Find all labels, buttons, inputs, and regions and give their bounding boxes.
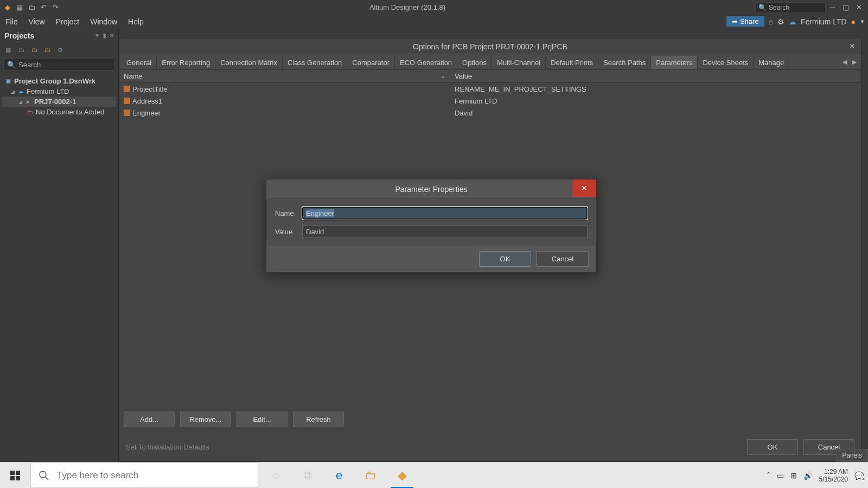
dialog-close-button[interactable]: ✕ — [572, 179, 596, 197]
param-row[interactable]: ProjectTitle RENAME_ME_IN_PROJECT_SETTIN… — [119, 83, 861, 95]
toolbar-open-icon[interactable]: 🗀 — [17, 46, 25, 54]
options-doc-title: Options for PCB Project PRJT-0002-1.PrjP… — [413, 42, 567, 51]
task-view-icon[interactable]: ⧉ — [293, 463, 322, 488]
tree-org-label: Fermium LTD — [27, 87, 69, 95]
param-row[interactable]: Engineer David — [119, 107, 861, 119]
app-logo-icon: ◆ — [3, 3, 12, 12]
cortana-icon[interactable]: ○ — [261, 463, 291, 488]
tab-error-reporting[interactable]: Error Reporting — [157, 56, 215, 69]
col-header-value[interactable]: Value — [450, 70, 861, 82]
toolbar-settings-icon[interactable]: ⚙ — [56, 46, 64, 54]
options-doc-close-icon[interactable]: ✕ — [849, 42, 856, 50]
panel-pin-icon[interactable]: ▮ — [103, 33, 106, 38]
svg-point-4 — [40, 471, 46, 478]
menu-help[interactable]: Help — [126, 16, 146, 27]
tab-general[interactable]: General — [122, 56, 157, 69]
remove-button[interactable]: Remove... — [180, 412, 231, 427]
titlebar-search[interactable]: 🔍 Search — [755, 2, 826, 13]
tabs-scroll-left-icon[interactable]: ◀ — [840, 57, 849, 67]
tree-project[interactable]: ◢ ▸ PRJT-0002-1 — [2, 97, 116, 107]
dialog-body: Name Value — [266, 199, 596, 246]
network-icon[interactable]: ⊞ — [790, 471, 797, 480]
projects-search[interactable]: 🔍 Search — [3, 59, 115, 70]
refresh-button[interactable]: Refresh — [293, 412, 344, 427]
chevron-down-icon[interactable]: ▼ — [860, 19, 865, 24]
toolbar-folder2-icon[interactable]: 🗀 — [43, 46, 51, 54]
tab-manage[interactable]: Manage — [754, 56, 789, 69]
save-icon[interactable]: ▤ — [15, 3, 24, 12]
tab-options[interactable]: Options — [457, 56, 492, 69]
menu-window[interactable]: Window — [88, 16, 119, 27]
dialog-name-input[interactable] — [302, 207, 588, 220]
options-tabs: General Error Reporting Connection Matri… — [119, 55, 861, 70]
tabs-scroll-right-icon[interactable]: ▶ — [850, 57, 859, 67]
tab-comparator[interactable]: Comparator — [347, 56, 395, 69]
tab-eco-generation[interactable]: ECO Generation — [395, 56, 457, 69]
menu-file[interactable]: File — [3, 16, 20, 27]
toolbar-new-icon[interactable]: ▦ — [4, 46, 12, 54]
org-name[interactable]: Fermium LTD — [801, 17, 847, 26]
options-ok-button[interactable]: OK — [747, 439, 798, 455]
folder-icon: 🗀 — [26, 108, 34, 116]
projects-panel-title: Projects — [4, 31, 34, 40]
battery-icon[interactable]: ▭ — [777, 471, 784, 480]
system-tray: ˄ ▭ ⊞ 🔊 1:29 AM 5/15/2020 💬2 — [767, 463, 868, 488]
tab-multi-channel[interactable]: Multi-Channel — [492, 56, 546, 69]
dialog-value-input[interactable] — [302, 225, 588, 238]
tab-parameters[interactable]: Parameters — [651, 56, 698, 69]
maximize-button[interactable]: ▢ — [840, 2, 852, 14]
panels-button[interactable]: Panels — [836, 449, 868, 462]
tab-default-prints[interactable]: Default Prints — [546, 56, 598, 69]
start-button[interactable] — [0, 463, 30, 488]
expand-icon[interactable]: ◢ — [11, 89, 15, 94]
taskbar-search-input[interactable] — [57, 470, 258, 481]
altium-icon[interactable]: ◆ — [387, 463, 417, 488]
volume-icon[interactable]: 🔊 — [803, 471, 813, 480]
param-value: RENAME_ME_IN_PROJECT_SETTINGS — [450, 85, 861, 93]
set-defaults-link[interactable]: Set To Installation Defaults — [126, 443, 209, 451]
dialog-ok-button[interactable]: OK — [479, 251, 531, 267]
explorer-icon[interactable]: 🗀 — [356, 463, 385, 488]
dialog-titlebar[interactable]: Parameter Properties ✕ — [266, 179, 596, 199]
panel-close-icon[interactable]: ✕ — [110, 33, 114, 38]
cloud-icon: ☁ — [17, 88, 24, 95]
notifications-icon[interactable]: 💬2 — [854, 471, 864, 480]
tray-expand-icon[interactable]: ˄ — [767, 471, 770, 480]
taskbar-search[interactable] — [30, 463, 258, 488]
params-grid-header: Name ▲ Value — [119, 70, 861, 83]
svg-line-5 — [46, 477, 48, 480]
param-row[interactable]: Address1 Fermium LTD — [119, 95, 861, 107]
add-button[interactable]: Add... — [124, 412, 175, 427]
edit-button[interactable]: Edit... — [237, 412, 288, 427]
share-button[interactable]: ➦ Share — [726, 16, 764, 27]
col-header-name[interactable]: Name ▲ — [119, 70, 450, 82]
menu-view[interactable]: View — [27, 16, 47, 27]
edge-icon[interactable]: e — [324, 463, 354, 488]
tab-device-sheets[interactable]: Device Sheets — [698, 56, 754, 69]
expand-icon[interactable]: ◢ — [18, 99, 22, 105]
params-button-row: Add... Remove... Edit... Refresh — [119, 406, 861, 433]
user-avatar-icon[interactable]: ● — [851, 17, 856, 26]
param-icon — [124, 86, 130, 92]
toolbar-folder-icon[interactable]: 🗀 — [30, 46, 38, 54]
tree-group[interactable]: ▣ Project Group 1.DsnWrk — [2, 76, 116, 86]
home-icon[interactable]: ⌂ — [769, 17, 773, 26]
tab-connection-matrix[interactable]: Connection Matrix — [215, 56, 283, 69]
tab-search-paths[interactable]: Search Paths — [598, 56, 651, 69]
dialog-cancel-button[interactable]: Cancel — [537, 251, 589, 267]
undo-icon[interactable]: ↶ — [39, 3, 48, 12]
minimize-button[interactable]: ─ — [827, 2, 839, 14]
settings-icon[interactable]: ⚙ — [777, 17, 784, 26]
tree-org[interactable]: ◢ ☁ Fermium LTD — [2, 86, 116, 97]
svg-rect-3 — [16, 476, 20, 480]
tree-empty[interactable]: 🗀 No Documents Added — [2, 107, 116, 117]
menu-project[interactable]: Project — [54, 16, 82, 27]
projects-search-placeholder: Search — [18, 61, 41, 69]
panel-dropdown-icon[interactable]: ▼ — [94, 33, 100, 38]
taskbar-clock[interactable]: 1:29 AM 5/15/2020 — [819, 468, 848, 483]
redo-icon[interactable]: ↷ — [51, 3, 60, 12]
open-icon[interactable]: 🗀 — [27, 3, 36, 12]
tab-class-generation[interactable]: Class Generation — [283, 56, 347, 69]
svg-rect-1 — [16, 471, 20, 475]
close-button[interactable]: ✕ — [853, 2, 865, 14]
